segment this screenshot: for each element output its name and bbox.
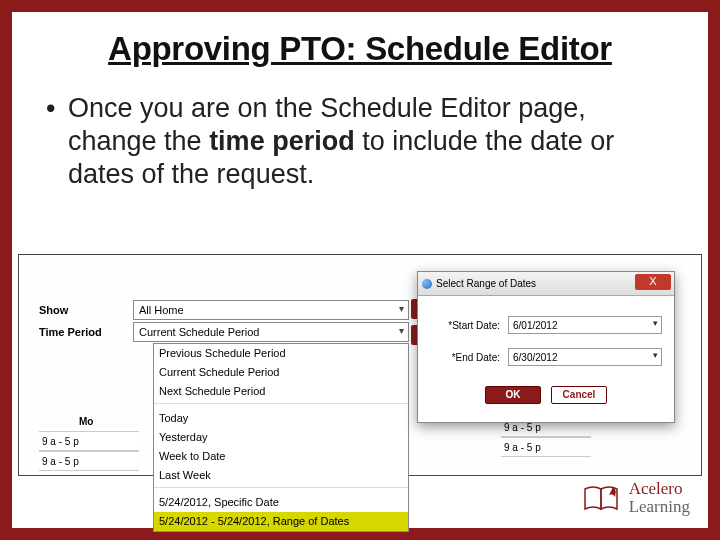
show-value: All Home (139, 304, 184, 316)
time-period-label: Time Period (39, 326, 133, 338)
schedule-cell: 9 a - 5 p (39, 451, 139, 471)
cancel-button[interactable]: Cancel (551, 386, 607, 404)
dropdown-option[interactable]: Next Schedule Period (154, 382, 408, 401)
dialog-titlebar: Select Range of Dates X (418, 272, 674, 296)
instruction-bullet: Once you are on the Schedule Editor page… (42, 92, 678, 191)
dropdown-option[interactable]: Today (154, 409, 408, 428)
screenshot-panel: Show All Home Time Period Current Schedu… (18, 254, 702, 476)
dialog-title: Select Range of Dates (436, 278, 536, 289)
dropdown-option[interactable]: Week to Date (154, 447, 408, 466)
dropdown-option[interactable]: Previous Schedule Period (154, 344, 408, 363)
show-label: Show (39, 304, 133, 316)
globe-icon (422, 279, 432, 289)
end-date-row: *End Date: 6/30/2012 (430, 348, 662, 366)
schedule-cell: 9 a - 5 p (39, 431, 139, 451)
schedule-cell: 9 a - 5 p (501, 437, 591, 457)
brand-logo: Acelero Learning (581, 480, 690, 516)
start-date-value: 6/01/2012 (513, 320, 558, 331)
logo-text: Acelero Learning (629, 480, 690, 516)
dropdown-option-highlighted[interactable]: 5/24/2012 - 5/24/2012, Range of Dates (154, 512, 408, 531)
page-title: Approving PTO: Schedule Editor (42, 30, 678, 68)
show-select[interactable]: All Home (133, 300, 409, 320)
schedule-column-right: 9 a - 5 p 9 a - 5 p (501, 417, 591, 457)
day-header: Mo (79, 416, 93, 427)
end-date-label: *End Date: (430, 352, 508, 363)
logo-bottom: Learning (629, 498, 690, 516)
dropdown-option[interactable]: Current Schedule Period (154, 363, 408, 382)
range-of-dates-dialog: Select Range of Dates X *Start Date: 6/0… (417, 271, 675, 423)
time-period-select[interactable]: Current Schedule Period (133, 322, 409, 342)
book-icon (581, 483, 621, 513)
close-icon: X (649, 275, 656, 287)
time-period-row: Time Period Current Schedule Period (39, 321, 409, 343)
start-date-input[interactable]: 6/01/2012 (508, 316, 662, 334)
start-date-row: *Start Date: 6/01/2012 (430, 316, 662, 334)
dropdown-option[interactable]: Yesterday (154, 428, 408, 447)
dialog-buttons: OK Cancel (430, 380, 662, 416)
start-date-label: *Start Date: (430, 320, 508, 331)
dialog-body: *Start Date: 6/01/2012 *End Date: 6/30/2… (418, 296, 674, 422)
time-period-dropdown[interactable]: Previous Schedule Period Current Schedul… (153, 343, 409, 532)
end-date-value: 6/30/2012 (513, 352, 558, 363)
filter-form: Show All Home Time Period Current Schedu… (39, 299, 409, 343)
ok-button[interactable]: OK (485, 386, 541, 404)
close-button[interactable]: X (635, 274, 671, 290)
slide-frame: Approving PTO: Schedule Editor Once you … (0, 0, 720, 540)
end-date-input[interactable]: 6/30/2012 (508, 348, 662, 366)
dropdown-option[interactable]: 5/24/2012, Specific Date (154, 493, 408, 512)
logo-top: Acelero (629, 480, 690, 498)
dropdown-option[interactable]: Last Week (154, 466, 408, 485)
bullet-text-bold: time period (209, 126, 355, 156)
show-row: Show All Home (39, 299, 409, 321)
time-period-value: Current Schedule Period (139, 326, 259, 338)
